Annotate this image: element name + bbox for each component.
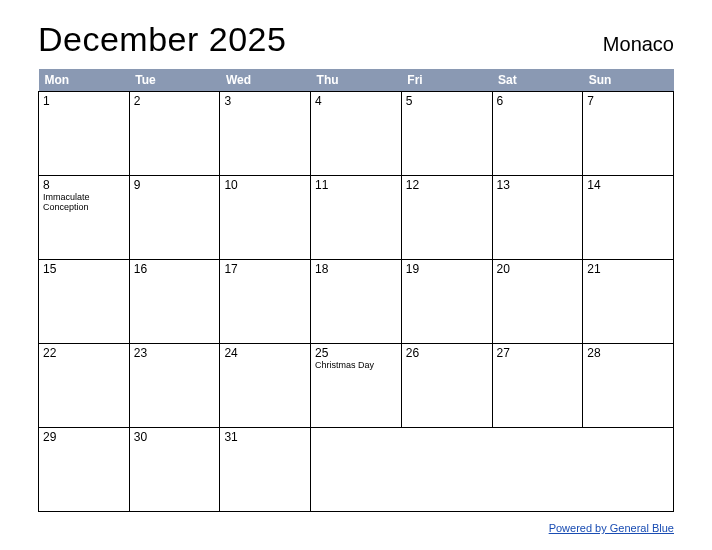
weekday-fri: Fri <box>401 69 492 92</box>
day-number: 4 <box>315 94 397 108</box>
event-label: Immaculate Conception <box>43 193 125 213</box>
powered-by-link[interactable]: Powered by General Blue <box>549 522 674 534</box>
day-cell: 5 <box>401 92 492 176</box>
day-cell: 21 <box>583 260 674 344</box>
day-number: 13 <box>497 178 579 192</box>
week-row: 1 2 3 4 5 6 7 <box>39 92 674 176</box>
day-cell: 1 <box>39 92 130 176</box>
week-row: 15 16 17 18 19 20 21 <box>39 260 674 344</box>
footer: Powered by General Blue <box>38 518 674 536</box>
day-number: 5 <box>406 94 488 108</box>
day-cell: 24 <box>220 344 311 428</box>
day-cell: 6 <box>492 92 583 176</box>
day-number: 3 <box>224 94 306 108</box>
day-number: 24 <box>224 346 306 360</box>
day-number: 14 <box>587 178 669 192</box>
calendar-header: December 2025 Monaco <box>38 20 674 59</box>
day-number: 28 <box>587 346 669 360</box>
day-cell: 4 <box>311 92 402 176</box>
day-cell: 26 <box>401 344 492 428</box>
day-cell: 8Immaculate Conception <box>39 176 130 260</box>
day-cell: 30 <box>129 428 220 512</box>
empty-cell <box>583 428 674 512</box>
month-title: December 2025 <box>38 20 286 59</box>
day-cell: 19 <box>401 260 492 344</box>
week-row: 8Immaculate Conception 9 10 11 12 13 14 <box>39 176 674 260</box>
empty-cell <box>401 428 492 512</box>
day-cell: 2 <box>129 92 220 176</box>
day-cell: 15 <box>39 260 130 344</box>
day-cell: 22 <box>39 344 130 428</box>
day-number: 16 <box>134 262 216 276</box>
day-cell: 11 <box>311 176 402 260</box>
day-cell: 7 <box>583 92 674 176</box>
day-number: 11 <box>315 178 397 192</box>
calendar-grid: Mon Tue Wed Thu Fri Sat Sun 1 2 3 4 5 6 … <box>38 69 674 512</box>
week-row: 22 23 24 25Christmas Day 26 27 28 <box>39 344 674 428</box>
weekday-header-row: Mon Tue Wed Thu Fri Sat Sun <box>39 69 674 92</box>
day-cell: 20 <box>492 260 583 344</box>
day-number: 29 <box>43 430 125 444</box>
day-cell: 9 <box>129 176 220 260</box>
day-cell: 31 <box>220 428 311 512</box>
day-number: 15 <box>43 262 125 276</box>
day-cell: 23 <box>129 344 220 428</box>
day-number: 23 <box>134 346 216 360</box>
day-number: 31 <box>224 430 306 444</box>
day-number: 30 <box>134 430 216 444</box>
day-number: 8 <box>43 178 125 192</box>
event-label: Christmas Day <box>315 361 397 371</box>
day-number: 12 <box>406 178 488 192</box>
day-number: 6 <box>497 94 579 108</box>
day-number: 25 <box>315 346 397 360</box>
day-number: 2 <box>134 94 216 108</box>
weekday-thu: Thu <box>311 69 402 92</box>
day-cell: 16 <box>129 260 220 344</box>
weekday-mon: Mon <box>39 69 130 92</box>
day-cell: 27 <box>492 344 583 428</box>
day-number: 19 <box>406 262 488 276</box>
day-number: 7 <box>587 94 669 108</box>
location-label: Monaco <box>603 33 674 59</box>
day-cell: 17 <box>220 260 311 344</box>
day-cell: 10 <box>220 176 311 260</box>
day-number: 27 <box>497 346 579 360</box>
day-number: 20 <box>497 262 579 276</box>
day-number: 1 <box>43 94 125 108</box>
day-cell: 14 <box>583 176 674 260</box>
day-cell: 28 <box>583 344 674 428</box>
day-number: 18 <box>315 262 397 276</box>
weekday-tue: Tue <box>129 69 220 92</box>
day-number: 21 <box>587 262 669 276</box>
empty-cell <box>311 428 402 512</box>
day-cell: 18 <box>311 260 402 344</box>
day-number: 17 <box>224 262 306 276</box>
week-row: 29 30 31 <box>39 428 674 512</box>
day-cell: 13 <box>492 176 583 260</box>
day-number: 9 <box>134 178 216 192</box>
day-cell: 12 <box>401 176 492 260</box>
day-number: 10 <box>224 178 306 192</box>
day-cell: 29 <box>39 428 130 512</box>
weekday-sun: Sun <box>583 69 674 92</box>
empty-cell <box>492 428 583 512</box>
day-number: 22 <box>43 346 125 360</box>
day-number: 26 <box>406 346 488 360</box>
weekday-sat: Sat <box>492 69 583 92</box>
weekday-wed: Wed <box>220 69 311 92</box>
day-cell: 3 <box>220 92 311 176</box>
day-cell: 25Christmas Day <box>311 344 402 428</box>
